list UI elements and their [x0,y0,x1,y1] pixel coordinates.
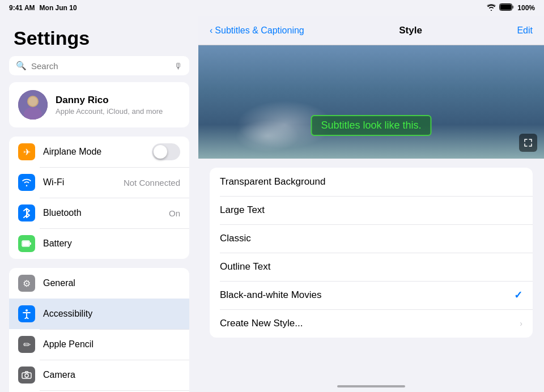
subtitle-preview: Subtitles look like this. [311,115,431,136]
search-input[interactable] [31,61,169,71]
svg-point-6 [28,97,37,106]
cloud-background [198,45,544,159]
search-icon: 🔍 [16,61,27,71]
back-button[interactable]: ‹ Subtitles & Captioning [210,25,304,36]
wifi-value: Not Connected [124,178,180,188]
style-item-large-text[interactable]: Large Text [210,196,533,224]
sidebar-item-bluetooth[interactable]: Bluetooth On [9,198,189,228]
status-bar: 9:41 AM Mon Jun 10 100% [0,0,544,16]
create-new-chevron-icon: › [520,319,522,328]
sidebar-item-camera[interactable]: Camera [9,360,189,390]
expand-button[interactable] [519,134,537,152]
sidebar: Settings 🔍 🎙 Danny Rico App [0,16,198,392]
wifi-label: Wi-Fi [43,177,116,188]
battery-percent: 100% [517,4,535,12]
transparent-bg-label: Transparent Background [220,176,522,188]
battery-settings-icon [18,235,35,252]
outline-text-label: Outline Text [220,261,522,272]
airplane-mode-label: Airplane Mode [43,147,144,157]
style-item-black-white-movies[interactable]: Black-and-white Movies ✓ [210,281,533,309]
bluetooth-icon [18,204,35,221]
camera-icon [18,367,35,384]
wifi-icon [487,4,496,12]
nav-bar: ‹ Subtitles & Captioning Style Edit [198,16,544,45]
svg-rect-2 [500,5,512,10]
svg-point-12 [25,374,28,377]
style-list: Transparent Background Large Text Classi… [198,159,544,381]
style-item-classic[interactable]: Classic [210,224,533,253]
bluetooth-label: Bluetooth [43,208,161,218]
profile-card[interactable]: Danny Rico Apple Account, iCloud, and mo… [9,82,189,127]
search-bar[interactable]: 🔍 🎙 [9,56,189,75]
back-label: Subtitles & Captioning [215,25,304,36]
settings-group-system: ⚙ General Accessibility ✏ Ap [9,268,189,392]
style-item-outline-text[interactable]: Outline Text [210,253,533,281]
svg-point-10 [26,309,28,312]
profile-name: Danny Rico [56,95,163,106]
svg-rect-1 [512,6,514,8]
status-date: Mon Jun 10 [40,4,77,12]
black-white-movies-label: Black-and-white Movies [220,289,514,301]
mic-icon[interactable]: 🎙 [174,61,182,71]
battery-icon [499,3,514,12]
sidebar-item-accessibility[interactable]: Accessibility [9,299,189,329]
svg-rect-8 [29,242,31,245]
general-label: General [43,278,180,288]
nav-title: Style [399,25,422,36]
home-indicator [337,385,405,387]
large-text-label: Large Text [220,204,522,216]
create-new-style-label: Create New Style... [220,318,520,329]
bluetooth-value: On [169,208,180,218]
bottom-bar [198,381,544,392]
camera-label: Camera [43,370,180,380]
avatar [18,90,48,120]
sidebar-item-general[interactable]: ⚙ General [9,268,189,299]
airplane-mode-icon: ✈ [18,143,35,160]
checkmark-icon: ✓ [514,289,522,301]
settings-group-connectivity: ✈ Airplane Mode Wi-Fi Not Connected [9,137,189,259]
accessibility-label: Accessibility [43,309,180,319]
style-options-group: Transparent Background Large Text Classi… [210,168,533,338]
apple-pencil-label: Apple Pencil [43,339,180,350]
wifi-settings-icon [18,174,35,191]
battery-label: Battery [43,238,180,249]
general-icon: ⚙ [18,275,35,292]
classic-label: Classic [220,233,522,244]
airplane-mode-toggle[interactable] [152,143,180,160]
sidebar-item-apple-pencil[interactable]: ✏ Apple Pencil [9,329,189,360]
sidebar-item-battery[interactable]: Battery [9,228,189,259]
style-item-create-new[interactable]: Create New Style... › [210,309,533,338]
edit-button[interactable]: Edit [517,25,533,36]
style-item-transparent-bg[interactable]: Transparent Background [210,168,533,196]
svg-rect-9 [23,241,29,246]
sidebar-item-wifi[interactable]: Wi-Fi Not Connected [9,167,189,198]
back-chevron-icon: ‹ [210,25,212,36]
sidebar-item-airplane-mode[interactable]: ✈ Airplane Mode [9,137,189,167]
profile-subtitle: Apple Account, iCloud, and more [56,107,163,116]
accessibility-icon [18,305,35,322]
sidebar-title: Settings [0,16,198,56]
status-time: 9:41 AM [9,4,35,12]
right-panel: ‹ Subtitles & Captioning Style Edit Subt… [198,16,544,392]
preview-area: Subtitles look like this. [198,45,544,159]
apple-pencil-icon: ✏ [18,336,35,353]
